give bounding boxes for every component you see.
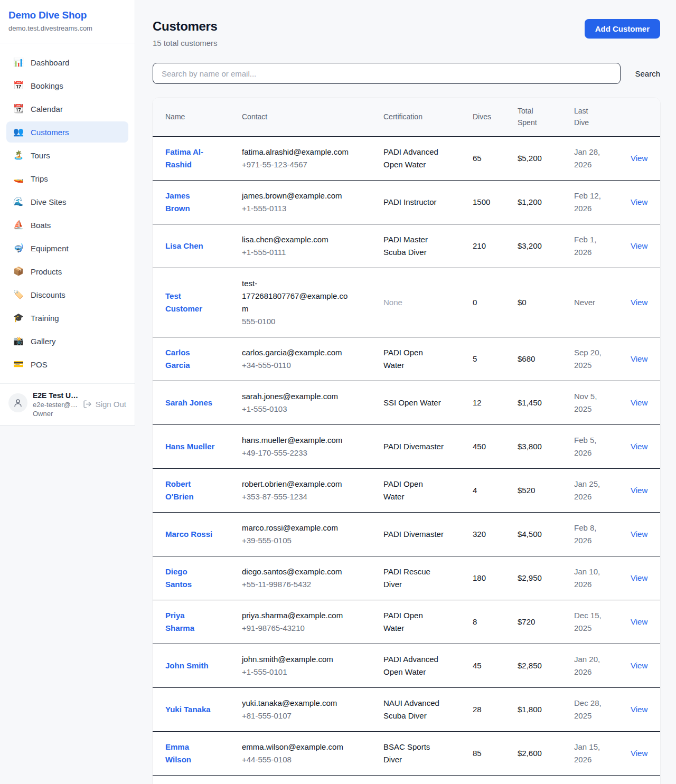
table-row: Robert O'Brien robert.obrien@example.com… <box>153 468 660 512</box>
add-customer-button[interactable]: Add Customer <box>585 19 660 39</box>
sidebar-item-discounts[interactable]: 🏷️ Discounts <box>6 284 128 305</box>
sidebar-item-dive-sites[interactable]: 🌊 Dive Sites <box>6 191 128 212</box>
customer-name-link[interactable]: Sarah Jones <box>165 396 212 409</box>
bookings-icon: 📅 <box>13 81 24 90</box>
customer-certification: PADI Divemaster <box>383 528 444 541</box>
person-icon <box>13 398 23 408</box>
customer-name-link[interactable]: Priya Sharma <box>165 609 215 635</box>
view-customer-link[interactable]: View <box>631 661 647 670</box>
sign-out-button[interactable]: Sign Out <box>83 400 126 409</box>
sidebar-item-gallery[interactable]: 📸 Gallery <box>6 330 128 352</box>
customer-total-spent: $3,200 <box>518 241 542 250</box>
customer-count: 15 total customers <box>153 39 218 48</box>
customer-certification: PADI Rescue Diver <box>383 565 445 591</box>
sidebar-item-dashboard[interactable]: 📊 Dashboard <box>6 52 128 73</box>
customer-total-spent: $2,850 <box>518 661 542 670</box>
view-customer-link[interactable]: View <box>631 442 647 451</box>
page-title: Customers <box>153 19 218 34</box>
user-avatar <box>8 393 27 412</box>
customers-table: Name Contact Certification Dives Total S… <box>153 98 660 784</box>
customer-contact-cell: james.brown@example.com +1-555-0113 <box>242 180 383 224</box>
sidebar-header: Demo Dive Shop demo.test.divestreams.com <box>0 0 135 43</box>
view-customer-link[interactable]: View <box>631 749 647 758</box>
customer-phone: +55-11-99876-5432 <box>242 578 354 591</box>
search-input[interactable] <box>153 63 621 84</box>
sidebar-item-bookings[interactable]: 📅 Bookings <box>6 75 128 96</box>
customer-name-link[interactable]: Yuki Tanaka <box>165 703 211 716</box>
view-customer-link[interactable]: View <box>631 197 647 206</box>
customer-dives: 210 <box>473 241 486 250</box>
customer-email: diego.santos@example.com <box>242 565 354 578</box>
products-icon: 📦 <box>13 267 24 276</box>
customer-name-link[interactable]: John Smith <box>165 659 209 672</box>
sidebar-item-label: Equipment <box>31 244 69 253</box>
customer-name-link[interactable]: Lisa Chen <box>165 240 203 252</box>
customer-total-spent: $1,200 <box>518 197 542 206</box>
view-customer-link[interactable]: View <box>631 398 647 407</box>
customer-name-link[interactable]: Emma Wilson <box>165 741 215 766</box>
sidebar-item-equipment[interactable]: 🤿 Equipment <box>6 238 128 259</box>
customer-certification: PADI Open Water <box>383 346 445 372</box>
customer-name-link[interactable]: Hans Mueller <box>165 440 214 453</box>
table-row: Lisa Chen lisa.chen@example.com +1-555-0… <box>153 224 660 268</box>
sidebar-item-trips[interactable]: 🚤 Trips <box>6 168 128 189</box>
table-row: Sarah Jones sarah.jones@example.com +1-5… <box>153 381 660 424</box>
page-title-block: Customers 15 total customers <box>153 19 218 48</box>
view-customer-link[interactable]: View <box>631 573 647 582</box>
sign-out-label: Sign Out <box>96 400 126 409</box>
sidebar-item-calendar[interactable]: 📆 Calendar <box>6 98 128 119</box>
customer-phone: +39-555-0105 <box>242 534 354 547</box>
sidebar-item-tours[interactable]: 🏝️ Tours <box>6 145 128 166</box>
view-customer-link[interactable]: View <box>631 530 647 539</box>
sidebar-item-pos[interactable]: 💳 POS <box>6 354 128 375</box>
customer-total-spent: $3,800 <box>518 442 542 451</box>
customer-name-link[interactable]: Carlos Garcia <box>165 346 215 372</box>
customer-last-dive: Nov 5, 2025 <box>574 390 606 415</box>
customer-contact-cell: john.smith@example.com +1-555-0101 <box>242 644 383 687</box>
sidebar-item-customers[interactable]: 👥 Customers <box>6 121 128 143</box>
sidebar-item-training[interactable]: 🎓 Training <box>6 307 128 328</box>
view-customer-link[interactable]: View <box>631 241 647 250</box>
search-button[interactable]: Search <box>635 69 660 78</box>
col-dives: Dives <box>473 98 518 136</box>
user-email: e2e-tester@… <box>33 401 78 409</box>
view-customer-link[interactable]: View <box>631 154 647 163</box>
customer-last-dive: Dec 15, 2025 <box>574 609 606 635</box>
customer-name-link[interactable]: Robert O'Brien <box>165 478 215 503</box>
sidebar-item-products[interactable]: 📦 Products <box>6 261 128 282</box>
customer-contact-cell: carlos.garcia@example.com +34-555-0110 <box>242 337 383 381</box>
customer-phone: +49-170-555-2233 <box>242 447 354 459</box>
table-row: Yuki Tanaka yuki.tanaka@example.com +81-… <box>153 687 660 731</box>
customer-last-dive: Feb 5, 2026 <box>574 434 606 459</box>
customer-name-link[interactable]: Marco Rossi <box>165 528 212 541</box>
view-customer-link[interactable]: View <box>631 705 647 714</box>
tours-icon: 🏝️ <box>13 151 24 159</box>
customer-dives: 85 <box>473 749 482 758</box>
customer-name-link[interactable]: Diego Santos <box>165 565 215 591</box>
customer-name-link[interactable]: James Brown <box>165 190 215 215</box>
col-total-spent: Total Spent <box>518 98 574 136</box>
customer-phone: +34-555-0110 <box>242 359 354 372</box>
dive-sites-icon: 🌊 <box>13 197 24 206</box>
view-customer-link[interactable]: View <box>631 486 647 495</box>
search-row: Search <box>153 63 660 84</box>
customer-email: yuki.tanaka@example.com <box>242 697 354 710</box>
table-row: James Brown james.brown@example.com +1-5… <box>153 180 660 224</box>
col-last-dive: Last Dive <box>574 98 631 136</box>
view-customer-link[interactable]: View <box>631 617 647 626</box>
customer-contact-cell: sarah.jones@example.com +1-555-0103 <box>242 381 383 424</box>
customer-dives: 45 <box>473 661 482 670</box>
customer-contact-cell: hans.mueller@example.com +49-170-555-223… <box>242 424 383 468</box>
customer-contact-cell: marco.rossi@example.com +39-555-0105 <box>242 512 383 556</box>
view-customer-link[interactable]: View <box>631 298 647 307</box>
customer-last-dive: Feb 1, 2026 <box>574 233 606 259</box>
sidebar-item-boats[interactable]: ⛵ Boats <box>6 214 128 235</box>
view-customer-link[interactable]: View <box>631 354 647 363</box>
customer-dives: 1500 <box>473 197 490 206</box>
sidebar-item-label: Dive Sites <box>31 197 67 206</box>
customer-name-link[interactable]: Test Customer <box>165 290 215 315</box>
customer-name-link[interactable]: Fatima Al-Rashid <box>165 146 215 171</box>
sidebar-user-section: E2E Test U… e2e-tester@… Owner Sign Out <box>0 383 135 425</box>
customer-email: lisa.chen@example.com <box>242 233 354 246</box>
user-name: E2E Test U… <box>33 391 78 400</box>
